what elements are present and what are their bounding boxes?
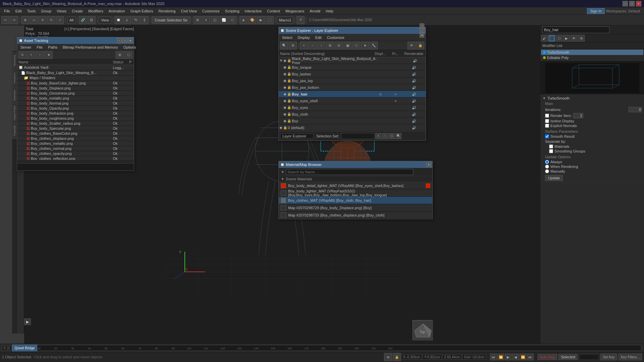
redo-button[interactable]: ↪ bbox=[10, 16, 18, 24]
menu-rendering[interactable]: Rendering bbox=[156, 8, 178, 14]
display-icon[interactable]: 👁 bbox=[571, 35, 577, 42]
asset-minimize[interactable]: − bbox=[117, 38, 122, 43]
viewport-play-button[interactable]: ▶ bbox=[24, 318, 31, 325]
hierarchy-icon[interactable]: ⬡ bbox=[556, 35, 562, 42]
undo-button[interactable]: ↩ bbox=[1, 16, 9, 24]
scene-row-boy[interactable]: ◉ 🔒 Boy 🔊 bbox=[279, 118, 426, 124]
scene-minimize[interactable]: − bbox=[420, 23, 424, 28]
when-rendering-radio[interactable] bbox=[545, 165, 549, 169]
scene-del-layer[interactable]: − bbox=[309, 42, 317, 50]
table-row[interactable]: 🖼 Boy_body_Normal.png Ok bbox=[17, 101, 134, 106]
curve-editor[interactable]: 📈 bbox=[220, 16, 228, 24]
table-row[interactable]: 🖼 Boy_clothes_BaseColor.png Ok bbox=[17, 131, 134, 136]
asset-hscroll[interactable] bbox=[17, 160, 134, 163]
table-row[interactable]: 🔲 Autodesk Vault Logg... bbox=[17, 65, 134, 70]
navigation-cube[interactable]: Top bbox=[413, 320, 433, 340]
scene-maximize[interactable]: □ bbox=[420, 28, 424, 33]
extras-icon[interactable]: ⚙ bbox=[578, 35, 585, 42]
more-tools[interactable]: ⠿ bbox=[297, 16, 305, 24]
menu-scripting[interactable]: Scripting bbox=[222, 8, 242, 14]
rotate-tool[interactable]: ↻ bbox=[47, 16, 55, 24]
unlink-tool[interactable]: ⛓ bbox=[88, 16, 96, 24]
scene-sort[interactable]: ↕ bbox=[317, 42, 325, 50]
table-row[interactable]: 🖼 Boy_clothes_opacity.png Ok bbox=[17, 151, 134, 156]
scene-filter-btn[interactable]: ⚙ bbox=[289, 42, 297, 50]
scene-explorer-titlebar[interactable]: 🔲 Scene Explorer - Layer Explorer − □ ✕ bbox=[279, 27, 426, 34]
table-row[interactable]: 🖼 Boy_body_Glossiness.png Ok bbox=[17, 91, 134, 96]
menu-civil-view[interactable]: Civil View bbox=[178, 8, 199, 14]
goto-end-btn[interactable]: ⏭ bbox=[527, 354, 534, 360]
table-row[interactable]: 🖼 Boy_clothes_metallic.png Ok bbox=[17, 141, 134, 146]
modeling-tab[interactable]: Modeling bbox=[12, 52, 16, 69]
modifier-turbosm[interactable]: TurboSmooth bbox=[541, 50, 643, 55]
prev-frame-btn[interactable]: ⏪ bbox=[497, 354, 504, 360]
play-reverse-btn[interactable]: ◀ bbox=[512, 354, 519, 360]
mat-close[interactable]: ✕ bbox=[426, 162, 431, 167]
scene-expand[interactable]: ⊞ bbox=[326, 42, 334, 50]
scene-tool3[interactable]: ★ bbox=[361, 42, 369, 50]
scene-menu-customize[interactable]: Customize bbox=[325, 35, 346, 40]
menu-megascans[interactable]: Megascans bbox=[283, 8, 307, 14]
mat-item-body-detail[interactable]: Boy_body_detail_lighter_MAT (VRayMtl) [B… bbox=[279, 182, 432, 189]
mat-item-map2[interactable]: Map #2070298733 (Boy_clothes_displace.pn… bbox=[279, 212, 432, 219]
scene-row-cloth[interactable]: ◉ 🔒 Boy_cloth 🔊 bbox=[279, 111, 426, 118]
key-filters-btn[interactable]: Key Filters... bbox=[619, 354, 642, 360]
menu-arnold[interactable]: Arnold bbox=[307, 8, 323, 14]
isoline-checkbox[interactable] bbox=[545, 119, 549, 123]
mat-item-map1[interactable]: Map #2070298729 (Boy_body_Displace.png) … bbox=[279, 204, 432, 212]
object-paint-tab[interactable]: Object Paint bbox=[12, 105, 16, 121]
menu-file[interactable]: File bbox=[1, 8, 13, 14]
freeform-tab[interactable]: Freeform bbox=[12, 70, 16, 86]
render-iters-checkbox[interactable] bbox=[545, 114, 549, 118]
object-name-input[interactable]: Boy_hair bbox=[542, 26, 609, 33]
table-row[interactable]: 🖼 Boy_body_metallic.png Ok bbox=[17, 96, 134, 101]
menu-tools[interactable]: Tools bbox=[24, 8, 39, 14]
manually-radio[interactable] bbox=[545, 169, 549, 173]
asset-close[interactable]: ✕ bbox=[128, 38, 132, 43]
modifier-editable-poly[interactable]: Editable Poly bbox=[541, 55, 643, 60]
layer-explorer-label[interactable]: Layer Explorer bbox=[280, 133, 314, 139]
align-tool[interactable]: ≡ bbox=[202, 16, 210, 24]
asset-tracking-titlebar[interactable]: 🔲 Asset Tracking − □ ✕ bbox=[17, 37, 134, 44]
render-prod[interactable]: ⬛ bbox=[266, 16, 274, 24]
menu-modifiers[interactable]: Modifiers bbox=[86, 8, 106, 14]
table-row[interactable]: 🖼 Boy_clothes_displace.png Ok bbox=[17, 136, 134, 141]
scene-row-default[interactable]: ◉ 🔒 0 (default) 🔊 bbox=[279, 124, 426, 131]
next-frame-btn[interactable]: ⏩ bbox=[520, 354, 526, 360]
scale-tool[interactable]: ⤢ bbox=[56, 16, 64, 24]
key-filter-input[interactable] bbox=[579, 354, 599, 360]
mirror-tool[interactable]: ⊞ bbox=[194, 16, 202, 24]
asset-menu-file[interactable]: File bbox=[35, 45, 45, 50]
table-row[interactable]: 📄 Black_Baby_Boy_Light_Skin_Wearing_B...… bbox=[17, 70, 134, 75]
asset-file-list[interactable]: Name Status P 🔲 Autodesk Vault Logg... 📄… bbox=[17, 59, 134, 160]
table-row[interactable]: 🖼 Boy_body_Scatter_radius.png Ok bbox=[17, 121, 134, 126]
quixel-bridge-button[interactable]: Quixel Bridge bbox=[12, 345, 37, 351]
scene-row-lashes[interactable]: ◉ 🔒 Boy_lashes 🔊 bbox=[279, 71, 426, 77]
table-row[interactable]: 🖼 Boy_body_Opacity.png Ok bbox=[17, 106, 134, 111]
scene-menu-edit[interactable]: Edit bbox=[313, 35, 324, 40]
menu-help[interactable]: Help bbox=[323, 8, 336, 14]
asset-search-input[interactable] bbox=[17, 163, 134, 171]
smoothing-groups-checkbox[interactable] bbox=[549, 149, 553, 153]
maximize-button[interactable]: □ bbox=[629, 1, 635, 6]
link-tool[interactable]: 🔗 bbox=[79, 16, 87, 24]
scene-menu-select[interactable]: Select bbox=[280, 35, 294, 40]
table-row[interactable]: 🖼 Boy_body_Displace.png Ok bbox=[17, 86, 134, 91]
dynamics-icon[interactable]: ▶ bbox=[563, 35, 570, 42]
autokey-toggle[interactable]: Auto Key bbox=[538, 354, 557, 360]
create-selection-set-button[interactable]: Create Selection Se bbox=[152, 16, 191, 24]
scene-add-layer[interactable]: + bbox=[300, 42, 308, 50]
percent-snap[interactable]: % bbox=[132, 16, 140, 24]
set-key-btn[interactable]: Set Key bbox=[600, 354, 617, 360]
current-frame[interactable]: 0 bbox=[2, 346, 7, 351]
mat-item-clothes[interactable]: Boy_clothes_MAT (VRayMtl) [Boy_cloth, Bo… bbox=[279, 197, 432, 204]
table-row[interactable]: 🖼 Boy_body_Specular.png Ok bbox=[17, 126, 134, 131]
angle-snap[interactable]: ∠ bbox=[123, 16, 131, 24]
menu-graph-editors[interactable]: Graph Editors bbox=[128, 8, 156, 14]
menu-views[interactable]: Views bbox=[54, 8, 69, 14]
selection-set-dropdown[interactable] bbox=[341, 133, 375, 139]
viewport-label-dropdown[interactable]: View bbox=[99, 16, 111, 24]
close-button[interactable]: ✕ bbox=[636, 1, 641, 6]
sel-set-btn4[interactable]: 🔍 bbox=[395, 133, 401, 139]
asset-tool1[interactable]: ⊞ bbox=[116, 51, 124, 59]
